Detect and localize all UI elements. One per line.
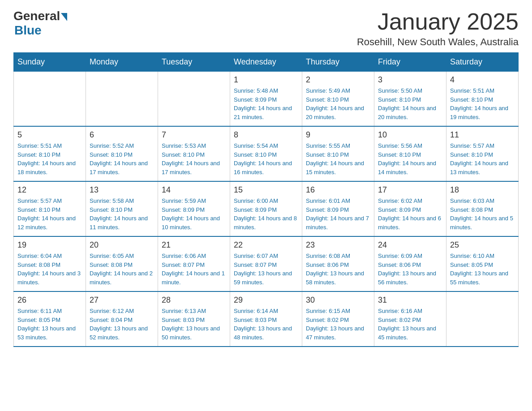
calendar-cell — [14, 72, 86, 127]
day-number: 6 — [90, 130, 154, 140]
calendar-table: SundayMondayTuesdayWednesdayThursdayFrid… — [13, 52, 519, 347]
day-number: 13 — [90, 185, 154, 195]
header-cell-saturday: Saturday — [446, 53, 519, 72]
calendar-cell: 23Sunrise: 6:08 AM Sunset: 8:06 PM Dayli… — [302, 236, 374, 291]
calendar-cell: 7Sunrise: 5:53 AM Sunset: 8:10 PM Daylig… — [158, 126, 230, 181]
day-info: Sunrise: 6:13 AM Sunset: 8:03 PM Dayligh… — [162, 307, 226, 342]
day-number: 18 — [450, 185, 515, 195]
day-number: 4 — [450, 75, 515, 85]
day-number: 3 — [378, 75, 442, 85]
header-cell-monday: Monday — [86, 53, 158, 72]
day-info: Sunrise: 5:50 AM Sunset: 8:10 PM Dayligh… — [378, 86, 442, 121]
day-info: Sunrise: 6:08 AM Sunset: 8:06 PM Dayligh… — [306, 252, 370, 287]
day-number: 7 — [162, 130, 226, 140]
header-cell-sunday: Sunday — [14, 53, 86, 72]
header-row: SundayMondayTuesdayWednesdayThursdayFrid… — [14, 53, 519, 72]
calendar-cell: 2Sunrise: 5:49 AM Sunset: 8:10 PM Daylig… — [302, 72, 374, 127]
day-info: Sunrise: 6:02 AM Sunset: 8:09 PM Dayligh… — [378, 197, 442, 231]
calendar-cell: 22Sunrise: 6:07 AM Sunset: 8:07 PM Dayli… — [230, 236, 302, 291]
day-info: Sunrise: 5:56 AM Sunset: 8:10 PM Dayligh… — [378, 141, 442, 176]
calendar-cell: 10Sunrise: 5:56 AM Sunset: 8:10 PM Dayli… — [374, 126, 446, 181]
day-info: Sunrise: 6:04 AM Sunset: 8:08 PM Dayligh… — [17, 252, 82, 287]
day-info: Sunrise: 5:49 AM Sunset: 8:10 PM Dayligh… — [306, 86, 370, 121]
calendar-cell: 27Sunrise: 6:12 AM Sunset: 8:04 PM Dayli… — [86, 291, 158, 347]
day-info: Sunrise: 6:11 AM Sunset: 8:05 PM Dayligh… — [17, 307, 82, 342]
calendar-cell: 4Sunrise: 5:51 AM Sunset: 8:10 PM Daylig… — [446, 72, 519, 127]
location-text: Rosehill, New South Wales, Australia — [357, 36, 519, 48]
week-row-5: 26Sunrise: 6:11 AM Sunset: 8:05 PM Dayli… — [14, 291, 519, 347]
month-title: January 2025 — [357, 9, 519, 34]
calendar-cell: 17Sunrise: 6:02 AM Sunset: 8:09 PM Dayli… — [374, 181, 446, 236]
day-number: 25 — [450, 240, 515, 250]
day-info: Sunrise: 5:52 AM Sunset: 8:10 PM Dayligh… — [90, 141, 154, 176]
week-row-4: 19Sunrise: 6:04 AM Sunset: 8:08 PM Dayli… — [14, 236, 519, 291]
calendar-cell: 19Sunrise: 6:04 AM Sunset: 8:08 PM Dayli… — [14, 236, 86, 291]
header-cell-tuesday: Tuesday — [158, 53, 230, 72]
day-info: Sunrise: 5:48 AM Sunset: 8:09 PM Dayligh… — [234, 86, 298, 121]
day-info: Sunrise: 5:53 AM Sunset: 8:10 PM Dayligh… — [162, 141, 226, 176]
day-number: 8 — [234, 130, 298, 140]
day-number: 23 — [306, 240, 370, 250]
calendar-cell: 12Sunrise: 5:57 AM Sunset: 8:10 PM Dayli… — [14, 181, 86, 236]
day-number: 21 — [162, 240, 226, 250]
calendar-header: SundayMondayTuesdayWednesdayThursdayFrid… — [14, 53, 519, 72]
day-number: 30 — [306, 295, 370, 305]
page-header: General Blue January 2025 Rosehill, New … — [13, 9, 519, 48]
day-number: 29 — [234, 295, 298, 305]
day-number: 31 — [378, 295, 442, 305]
day-info: Sunrise: 6:12 AM Sunset: 8:04 PM Dayligh… — [90, 307, 154, 342]
calendar-cell: 31Sunrise: 6:16 AM Sunset: 8:02 PM Dayli… — [374, 291, 446, 347]
calendar-cell: 25Sunrise: 6:10 AM Sunset: 8:05 PM Dayli… — [446, 236, 519, 291]
day-number: 11 — [450, 130, 515, 140]
day-number: 20 — [90, 240, 154, 250]
calendar-cell: 29Sunrise: 6:14 AM Sunset: 8:03 PM Dayli… — [230, 291, 302, 347]
header-cell-friday: Friday — [374, 53, 446, 72]
day-info: Sunrise: 6:03 AM Sunset: 8:08 PM Dayligh… — [450, 197, 515, 231]
calendar-cell: 11Sunrise: 5:57 AM Sunset: 8:10 PM Dayli… — [446, 126, 519, 181]
week-row-2: 5Sunrise: 5:51 AM Sunset: 8:10 PM Daylig… — [14, 126, 519, 181]
day-number: 1 — [234, 75, 298, 85]
day-info: Sunrise: 6:01 AM Sunset: 8:09 PM Dayligh… — [306, 197, 370, 231]
day-number: 26 — [17, 295, 82, 305]
day-info: Sunrise: 5:54 AM Sunset: 8:10 PM Dayligh… — [234, 141, 298, 176]
day-info: Sunrise: 6:10 AM Sunset: 8:05 PM Dayligh… — [450, 252, 515, 287]
calendar-cell: 16Sunrise: 6:01 AM Sunset: 8:09 PM Dayli… — [302, 181, 374, 236]
calendar-cell: 1Sunrise: 5:48 AM Sunset: 8:09 PM Daylig… — [230, 72, 302, 127]
day-number: 24 — [378, 240, 442, 250]
calendar-cell: 20Sunrise: 6:05 AM Sunset: 8:08 PM Dayli… — [86, 236, 158, 291]
calendar-cell: 9Sunrise: 5:55 AM Sunset: 8:10 PM Daylig… — [302, 126, 374, 181]
day-info: Sunrise: 6:05 AM Sunset: 8:08 PM Dayligh… — [90, 252, 154, 287]
calendar-cell: 13Sunrise: 5:58 AM Sunset: 8:10 PM Dayli… — [86, 181, 158, 236]
header-cell-thursday: Thursday — [302, 53, 374, 72]
calendar-cell: 18Sunrise: 6:03 AM Sunset: 8:08 PM Dayli… — [446, 181, 519, 236]
day-info: Sunrise: 6:15 AM Sunset: 8:02 PM Dayligh… — [306, 307, 370, 342]
day-number: 19 — [17, 240, 82, 250]
calendar-cell: 30Sunrise: 6:15 AM Sunset: 8:02 PM Dayli… — [302, 291, 374, 347]
calendar-cell: 6Sunrise: 5:52 AM Sunset: 8:10 PM Daylig… — [86, 126, 158, 181]
calendar-cell: 24Sunrise: 6:09 AM Sunset: 8:06 PM Dayli… — [374, 236, 446, 291]
day-info: Sunrise: 5:57 AM Sunset: 8:10 PM Dayligh… — [17, 197, 82, 231]
day-info: Sunrise: 5:55 AM Sunset: 8:10 PM Dayligh… — [306, 141, 370, 176]
day-number: 14 — [162, 185, 226, 195]
logo-arrow-icon — [61, 13, 67, 21]
logo-blue-text: Blue — [14, 23, 42, 38]
day-info: Sunrise: 6:16 AM Sunset: 8:02 PM Dayligh… — [378, 307, 442, 342]
calendar-cell: 14Sunrise: 5:59 AM Sunset: 8:09 PM Dayli… — [158, 181, 230, 236]
header-cell-wednesday: Wednesday — [230, 53, 302, 72]
day-number: 15 — [234, 185, 298, 195]
calendar-cell: 15Sunrise: 6:00 AM Sunset: 8:09 PM Dayli… — [230, 181, 302, 236]
day-number: 16 — [306, 185, 370, 195]
calendar-cell: 8Sunrise: 5:54 AM Sunset: 8:10 PM Daylig… — [230, 126, 302, 181]
day-number: 9 — [306, 130, 370, 140]
calendar-body: 1Sunrise: 5:48 AM Sunset: 8:09 PM Daylig… — [14, 72, 519, 347]
day-number: 10 — [378, 130, 442, 140]
day-info: Sunrise: 6:06 AM Sunset: 8:07 PM Dayligh… — [162, 252, 226, 287]
week-row-3: 12Sunrise: 5:57 AM Sunset: 8:10 PM Dayli… — [14, 181, 519, 236]
day-info: Sunrise: 6:07 AM Sunset: 8:07 PM Dayligh… — [234, 252, 298, 287]
calendar-cell — [86, 72, 158, 127]
logo: General Blue — [13, 9, 67, 38]
day-info: Sunrise: 5:51 AM Sunset: 8:10 PM Dayligh… — [450, 86, 515, 121]
calendar-cell: 3Sunrise: 5:50 AM Sunset: 8:10 PM Daylig… — [374, 72, 446, 127]
day-number: 12 — [17, 185, 82, 195]
day-number: 22 — [234, 240, 298, 250]
